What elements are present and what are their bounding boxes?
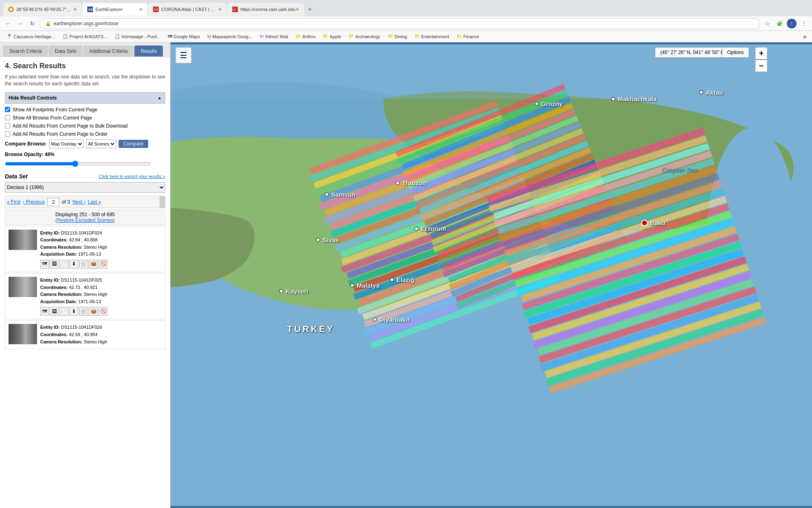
bulk-download-checkbox[interactable]	[5, 123, 10, 128]
bookmark-aragats[interactable]: 📋 Project ArAGATS...	[59, 33, 110, 40]
opacity-slider[interactable]	[5, 161, 151, 167]
tab-favicon-1	[8, 7, 14, 12]
bookmark-button[interactable]: ☆	[762, 19, 772, 28]
zoom-out-button[interactable]: −	[755, 60, 767, 72]
tab-search-criteria[interactable]: Search Criteria	[3, 46, 48, 56]
map-coordinates-display: (45° 27' 26" N, 041° 48' 50" E)	[655, 47, 731, 58]
forward-button[interactable]: →	[15, 19, 25, 28]
bookmark-label-homepage: Homepage - Purd...	[121, 34, 160, 39]
bookmark-mapaspects[interactable]: M Mapaspects Goog...	[204, 33, 255, 40]
tab-close-4[interactable]: ✕	[296, 7, 299, 12]
tab-close-2[interactable]: ✕	[139, 7, 143, 12]
browser-tab-1[interactable]: 38°55'48.0"N 45°49'25.7"E - ... ✕	[3, 3, 82, 16]
layers-icon[interactable]: ☰	[175, 47, 192, 63]
bookmark-apple[interactable]: 📁 Apple	[320, 33, 344, 40]
opacity-label: Browse Opacity: 48%	[5, 152, 54, 157]
coordinates-label-3: Coordinates:	[40, 332, 68, 337]
browser-tab-3[interactable]: CA CORONA Atlas | CAST | Univer... ✕	[148, 3, 227, 16]
action-icon-2d[interactable]: ⬇	[69, 307, 78, 316]
result-info-1: Entity ID: DS1115-1041DF024 Coordinates:…	[40, 230, 162, 269]
profile-button[interactable]: I	[787, 19, 797, 28]
more-bookmarks[interactable]: »	[801, 33, 809, 40]
entity-id-value-2: DS1115-1041DF025	[61, 278, 102, 282]
action-icon-1a[interactable]: 🗺	[40, 260, 49, 269]
next-page-link[interactable]: Next ›	[72, 199, 85, 205]
controls-collapsible[interactable]: Hide Result Controls ▲	[5, 92, 165, 104]
action-icon-1f[interactable]: 📦	[89, 260, 98, 269]
restore-excluded-link[interactable]: (Restore Excluded Scenes)	[55, 217, 114, 223]
displaying-count: Displaying 251 - 500 of 695	[7, 212, 163, 217]
action-icon-1c[interactable]: 📄	[60, 260, 69, 269]
action-icon-2g[interactable]: 🚫	[99, 307, 108, 316]
bookmark-caucasus[interactable]: 📍 Caucasus Heritage...	[3, 33, 58, 40]
pagination-bar: « First ‹ Previous of 3 Next › Last »	[5, 196, 165, 208]
action-icon-1e[interactable]: 🛒	[79, 260, 88, 269]
action-icon-1g[interactable]: 🚫	[99, 260, 108, 269]
bookmark-homepage[interactable]: 📋 Homepage - Purd...	[111, 33, 164, 40]
bookmark-icon-yahoo: Y!	[259, 34, 263, 39]
svg-text:Samsun: Samsun	[331, 191, 356, 198]
bookmark-label-archaeology: Archaeology	[355, 34, 380, 39]
action-icon-1b[interactable]: 🖼	[50, 260, 59, 269]
result-item-3: Entity ID: DS1115-1041DF026 Coordinates:…	[5, 320, 165, 349]
thumbnail-image-2	[9, 277, 37, 297]
compare-button[interactable]: Compare	[119, 140, 148, 148]
show-browse-checkbox[interactable]	[5, 115, 10, 120]
menu-button[interactable]: ⋮	[799, 19, 809, 28]
tab-additional-criteria[interactable]: Additional Criteria	[83, 46, 134, 56]
action-icon-2a[interactable]: 🗺	[40, 307, 49, 316]
bookmark-dining[interactable]: 📁 Dining	[384, 33, 410, 40]
bookmark-anthro[interactable]: 📁 Anthro	[292, 33, 319, 40]
show-browse-label: Show All Browse From Current Page	[13, 115, 92, 121]
tab-close-3[interactable]: ✕	[218, 7, 222, 12]
controls-header-label: Hide Result Controls	[9, 95, 57, 101]
entity-id-value-1: DS1115-1041DF024	[61, 230, 102, 235]
compare-mode-select[interactable]: Map Overlay	[49, 139, 84, 148]
map-options-button[interactable]: Options	[722, 47, 749, 58]
tab-results[interactable]: Results	[134, 46, 163, 56]
bookmark-archaeology[interactable]: 📁 Archaeology	[345, 33, 383, 40]
action-icon-2c[interactable]: 📄	[60, 307, 69, 316]
bookmark-entertainment[interactable]: 📁 Entertainment	[411, 33, 452, 40]
bookmarks-bar: 📍 Caucasus Heritage... 📋 Project ArAGATS…	[0, 31, 812, 42]
scroll-handle[interactable]	[160, 196, 165, 208]
folder-icon-entertainment: 📁	[415, 34, 420, 39]
reload-button[interactable]: ↻	[28, 19, 37, 28]
action-icon-1d[interactable]: ⬇	[69, 260, 78, 269]
dataset-select[interactable]: Declass 1 (1996) Declass 2 (2002) Declas…	[5, 182, 165, 193]
back-button[interactable]: ←	[3, 19, 13, 28]
extensions-button[interactable]: 🧩	[775, 19, 784, 28]
new-tab-button[interactable]: +	[305, 4, 315, 15]
prev-page-link[interactable]: ‹ Previous	[23, 199, 45, 205]
tab-favicon-2: EE	[87, 7, 93, 12]
bookmark-finance[interactable]: 📁 Finance	[453, 33, 482, 40]
checkbox-row-3: Add All Results From Current Page to Bul…	[5, 123, 165, 129]
action-icon-2b[interactable]: 🖼	[50, 307, 59, 316]
address-bar[interactable]: 🔒 earthexplorer.usgs.gov/#close	[40, 18, 760, 29]
checkboxes-container: Show All Footprints From Current Page Sh…	[5, 107, 165, 137]
browser-tab-2[interactable]: EE EarthExplorer ✕	[82, 3, 147, 16]
tab-close-1[interactable]: ✕	[73, 7, 77, 12]
tab-favicon-3: CA	[153, 7, 159, 12]
bookmark-googlemaps[interactable]: 🗺 Google Maps	[164, 33, 203, 40]
browser-tab-4[interactable]: CA https://corona.cast.uark.edu ✕	[227, 3, 304, 16]
zoom-in-button[interactable]: +	[755, 47, 767, 59]
svg-text:Kayseri: Kayseri	[286, 288, 309, 295]
layers-button[interactable]: ☰	[175, 47, 192, 63]
svg-text:Elazığ: Elazığ	[397, 276, 415, 283]
dataset-label: Data Set	[5, 173, 28, 180]
export-results-link[interactable]: Click here to export your results »	[99, 174, 165, 179]
add-to-order-checkbox[interactable]	[5, 131, 10, 137]
bookmark-yahoo[interactable]: Y! Yahoo! Mail	[256, 33, 292, 40]
map-area[interactable]: Grozny Makhachkala Samsun Trabzon Erzuru…	[171, 42, 812, 508]
last-page-link[interactable]: Last »	[88, 199, 101, 205]
compare-scenes-select[interactable]: All Scenes	[86, 139, 116, 148]
camera-res-value-2: Stereo High	[84, 292, 107, 297]
tab-data-sets[interactable]: Data Sets	[49, 46, 82, 56]
page-number-input[interactable]	[47, 198, 59, 206]
show-footprints-checkbox[interactable]	[5, 107, 10, 112]
opacity-row: Browse Opacity: 48%	[5, 152, 165, 157]
action-icon-2f[interactable]: 📦	[89, 307, 98, 316]
action-icon-2e[interactable]: 🛒	[79, 307, 88, 316]
first-page-link[interactable]: « First	[7, 199, 20, 205]
